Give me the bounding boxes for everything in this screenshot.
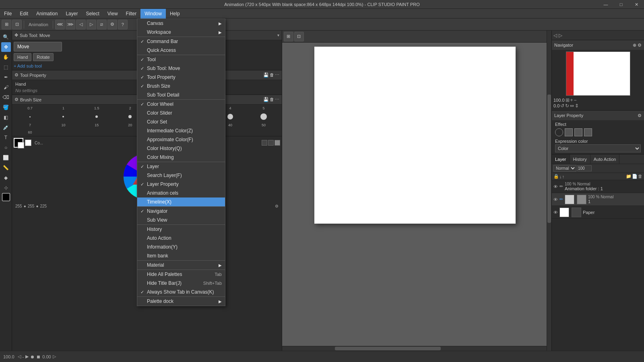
opacity-input[interactable] bbox=[577, 165, 592, 171]
toolbar-icon-2[interactable]: ⊡ bbox=[12, 20, 22, 29]
tool-shape[interactable]: ○ bbox=[1, 143, 11, 152]
menu-color-history[interactable]: Color History(Q) bbox=[137, 144, 225, 153]
toolbar-icon-1[interactable]: ⊞ bbox=[2, 20, 11, 29]
menu-hide-title-bar[interactable]: Hide Title Bar(J) Shift+Tab bbox=[137, 279, 225, 288]
color-ctrl-1[interactable] bbox=[262, 140, 267, 146]
tool-zoom[interactable]: 🔍 bbox=[1, 32, 11, 42]
tool-3d[interactable]: ◆ bbox=[1, 173, 11, 183]
menu-workspace[interactable]: Workspace ▶ bbox=[137, 28, 225, 37]
bs-icon-1[interactable]: 💾 bbox=[263, 97, 269, 102]
tp-delete-icon[interactable]: 🗑 bbox=[270, 72, 274, 78]
toolbar-lightbox[interactable]: ⧄ bbox=[97, 20, 107, 29]
bs-1[interactable]: 1 bbox=[47, 106, 80, 110]
bs-1.5[interactable]: 1.5 bbox=[80, 106, 113, 110]
effect-icon-4[interactable] bbox=[584, 128, 592, 136]
menu-animation-cels[interactable]: Animation cels bbox=[137, 189, 225, 197]
toolbar-onion-prev[interactable]: ◁ bbox=[76, 20, 86, 29]
menu-animation[interactable]: Animation bbox=[32, 9, 62, 19]
toolbar-settings[interactable]: ⚙ bbox=[107, 20, 117, 29]
tool-hand[interactable]: ✋ bbox=[1, 52, 11, 62]
menu-color-slider[interactable]: Color Slider bbox=[137, 109, 225, 117]
expression-color-dropdown[interactable]: Color bbox=[555, 144, 641, 152]
menu-command-bar[interactable]: Command Bar bbox=[137, 37, 225, 46]
blend-mode-dropdown[interactable]: Normal bbox=[553, 165, 576, 172]
menu-color-wheel[interactable]: Color Wheel bbox=[137, 100, 225, 109]
bs-icon-3[interactable]: ⋯ bbox=[275, 97, 279, 102]
canvas-tb-2[interactable]: ⊡ bbox=[294, 32, 304, 41]
rotation-flip-h[interactable]: ⇔ bbox=[570, 103, 574, 109]
tool-fill[interactable]: 🪣 bbox=[1, 103, 11, 112]
menu-select[interactable]: Select bbox=[82, 9, 103, 19]
menu-history[interactable]: History bbox=[137, 225, 225, 234]
bs-icon-2[interactable]: 🗑 bbox=[270, 97, 274, 102]
toolbar-play-prev[interactable]: ⋘ bbox=[55, 20, 65, 29]
bs-50[interactable]: 50 bbox=[248, 123, 280, 127]
tool-eraser[interactable]: ⌫ bbox=[1, 93, 11, 102]
menu-auto-action[interactable]: Auto Action bbox=[137, 234, 225, 243]
menu-palette-dock[interactable]: Palette dock ▶ bbox=[137, 297, 225, 306]
nav-canvas-preview[interactable] bbox=[566, 51, 630, 96]
canvas-area[interactable]: ⊞ ⊡ bbox=[282, 31, 552, 351]
layer2-edit-icon[interactable]: ✏ bbox=[559, 197, 563, 202]
zoom-fit-icon[interactable]: ⊞ bbox=[566, 97, 570, 103]
right-expand-icon[interactable]: ▷ bbox=[559, 33, 562, 38]
layer2-visibility-icon[interactable]: 👁 bbox=[553, 197, 558, 202]
toolbar-play-next[interactable]: ⋙ bbox=[66, 20, 75, 29]
tp-save-icon[interactable]: 💾 bbox=[263, 72, 269, 78]
menu-layer-property[interactable]: Layer Property bbox=[137, 180, 225, 189]
lp-icon-1[interactable]: ⚙ bbox=[638, 113, 642, 118]
dot-3[interactable] bbox=[80, 115, 113, 118]
tool-ruler[interactable]: 📏 bbox=[1, 163, 11, 173]
menu-view[interactable]: View bbox=[103, 9, 122, 19]
move-tool-button[interactable]: Move bbox=[14, 42, 62, 51]
menu-sub-view[interactable]: Sub View bbox=[137, 216, 225, 224]
rotation-flip-v[interactable]: ⇕ bbox=[575, 103, 579, 109]
menu-always-show-tab[interactable]: Always Show Tab in Canvas(K) bbox=[137, 288, 225, 296]
menu-information[interactable]: Information(Y) bbox=[137, 243, 225, 251]
menu-layer[interactable]: Layer bbox=[62, 9, 82, 19]
table-row[interactable]: 👁 Paper bbox=[552, 206, 644, 219]
tool-gradient[interactable]: ◧ bbox=[1, 113, 11, 122]
menu-tool[interactable]: Tool bbox=[137, 55, 225, 64]
zoom-minus-icon[interactable]: − bbox=[574, 97, 577, 103]
menu-canvas[interactable]: Canvas ▶ bbox=[137, 19, 225, 28]
effect-icon-3[interactable] bbox=[574, 128, 582, 136]
layer-tab-auto-action[interactable]: Auto Action bbox=[590, 154, 620, 164]
maximize-button[interactable]: □ bbox=[613, 0, 629, 9]
menu-hide-all-palettes[interactable]: Hide All Palettes Tab bbox=[137, 270, 225, 279]
menu-file[interactable]: File bbox=[0, 9, 16, 19]
dot-1[interactable] bbox=[14, 116, 46, 117]
menu-window[interactable]: Window bbox=[140, 9, 166, 19]
menu-navigator[interactable]: Navigator bbox=[137, 207, 225, 216]
paper-visibility-icon[interactable]: 👁 bbox=[553, 210, 558, 215]
menu-color-set[interactable]: Color Set bbox=[137, 117, 225, 126]
tool-move[interactable]: ✥ bbox=[1, 42, 11, 52]
bs-60[interactable]: 60 bbox=[14, 130, 46, 134]
minimize-button[interactable]: — bbox=[598, 0, 613, 9]
layer-move-down-icon[interactable]: ↓ bbox=[559, 174, 562, 179]
menu-intermediate-color[interactable]: Intermediate Color(Z) bbox=[137, 126, 225, 135]
sub-tool-more[interactable]: ▾ bbox=[277, 33, 279, 37]
playback-record[interactable]: ⏺ bbox=[30, 354, 35, 359]
menu-help[interactable]: Help bbox=[166, 9, 184, 19]
playback-next[interactable]: ▷ bbox=[53, 354, 56, 359]
tool-frame[interactable]: ⬜ bbox=[1, 153, 11, 162]
hand-button[interactable]: Hand bbox=[14, 53, 31, 61]
layer-lock-icon[interactable]: 🔒 bbox=[553, 174, 559, 179]
layer-tab-layer[interactable]: Layer bbox=[552, 154, 570, 164]
tool-layer-move[interactable]: ⊹ bbox=[1, 183, 11, 193]
menu-tool-property[interactable]: Tool Property bbox=[137, 73, 225, 82]
layer-new-layer[interactable]: 📄 bbox=[632, 174, 638, 179]
close-button[interactable]: ✕ bbox=[629, 0, 644, 9]
menu-edit[interactable]: Edit bbox=[16, 9, 32, 19]
bs-15[interactable]: 15 bbox=[80, 123, 113, 127]
dot-2[interactable] bbox=[47, 116, 80, 117]
menu-filter[interactable]: Filter bbox=[122, 9, 141, 19]
transparent-swatch[interactable] bbox=[25, 140, 31, 146]
canvas-vscrollbar[interactable] bbox=[547, 31, 551, 351]
tool-color-fg[interactable] bbox=[2, 193, 10, 201]
effect-icon-1[interactable] bbox=[555, 128, 563, 136]
menu-sub-tool-detail[interactable]: Sub Tool Detail bbox=[137, 90, 225, 99]
layer-tab-history[interactable]: History bbox=[570, 154, 590, 164]
tool-brush[interactable]: 🖌 bbox=[1, 82, 11, 92]
